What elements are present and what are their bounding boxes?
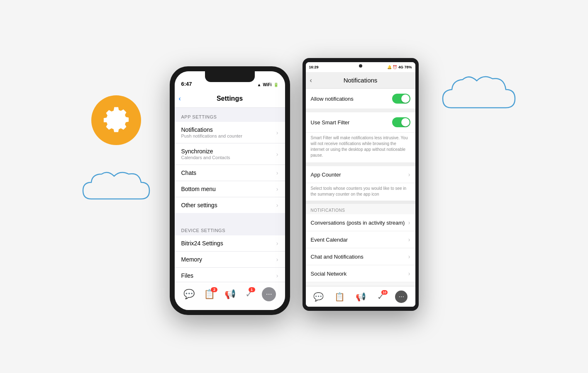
chevron-icon: ›: [276, 202, 278, 208]
iphone-time: 6:47: [181, 81, 192, 87]
chevron-icon: ›: [276, 129, 278, 136]
app-counter-row[interactable]: App Counter ›: [306, 166, 415, 183]
android-tab-bar: 💬 📋 📢 ✓ 10 ···: [306, 286, 415, 307]
chevron-icon: ›: [276, 170, 278, 176]
chat-notifications-label: Chat and Notifications: [311, 254, 364, 260]
chat-tab-icon: 💬: [183, 289, 195, 300]
smart-filter-row[interactable]: Use Smart Filter: [306, 112, 415, 133]
memory-row[interactable]: Memory ›: [175, 252, 285, 268]
conversations-row[interactable]: Conversations (posts in activity stream)…: [306, 214, 415, 231]
chevron-icon: ›: [408, 253, 410, 260]
tab-feed[interactable]: 📋 2: [204, 289, 215, 300]
iphone-settings-content: APP SETTINGS Notifications Push notifica…: [175, 108, 285, 282]
tab-check[interactable]: ✓ 1: [245, 289, 253, 300]
device-settings-group: Bitrix24 Settings › Memory ›: [175, 235, 285, 282]
android-device: 16:29 🔔 ⏰ 4G 78% ‹ Notifications Allow n…: [303, 58, 419, 311]
android-time: 16:29: [309, 65, 319, 69]
android-tab-more[interactable]: ···: [395, 291, 407, 303]
android-nav-title: Notifications: [344, 77, 378, 84]
event-calendar-label: Event Calendar: [311, 237, 348, 243]
app-counter-label: App Counter: [311, 172, 341, 178]
chevron-icon: ›: [276, 240, 278, 247]
bottom-menu-row[interactable]: Bottom menu ›: [175, 181, 285, 197]
iphone-device: 6:47 ▲ WiFi 🔋 ‹ Settings: [170, 66, 290, 315]
chevron-icon: ›: [276, 186, 278, 192]
app-settings-group: Notifications Push notifications and cou…: [175, 122, 285, 213]
allow-notifications-toggle[interactable]: [392, 94, 410, 104]
chevron-icon: ›: [276, 256, 278, 263]
social-network-row[interactable]: Social Network ›: [306, 265, 415, 282]
android-nav-bar: ‹ Notifications: [306, 72, 415, 89]
synchronize-title: Synchronize: [181, 148, 276, 155]
phones-container: 6:47 ▲ WiFi 🔋 ‹ Settings: [0, 0, 588, 373]
android-check-badge: 10: [381, 290, 388, 295]
chevron-icon: ›: [408, 270, 410, 277]
synchronize-row[interactable]: Synchronize Calendars and Contacts ›: [175, 143, 285, 165]
smart-filter-toggle[interactable]: [392, 117, 410, 127]
bottom-menu-title: Bottom menu: [181, 186, 276, 192]
android-back-button[interactable]: ‹: [310, 77, 312, 84]
smart-filter-label: Use Smart Filter: [311, 119, 350, 126]
allow-notifications-label: Allow notifications: [311, 96, 354, 102]
iphone-status-icons: ▲ WiFi 🔋: [257, 82, 278, 87]
iphone-nav-bar: ‹ Settings: [175, 90, 285, 108]
android-tab-notify[interactable]: 📢: [356, 292, 366, 302]
iphone-back-button[interactable]: ‹: [179, 95, 181, 102]
android-tab-feed[interactable]: 📋: [334, 292, 345, 302]
android-tab-chat[interactable]: 💬: [313, 292, 324, 302]
chats-title: Chats: [181, 170, 276, 176]
tab-notify[interactable]: 📢: [224, 289, 236, 300]
android-notifications-header: NOTIFICATIONS: [306, 204, 415, 214]
app-counter-description: Select tools whose counters you would li…: [306, 183, 415, 204]
android-more-icon: ···: [395, 291, 407, 303]
tab-more[interactable]: ···: [262, 287, 276, 301]
android-screen: 16:29 🔔 ⏰ 4G 78% ‹ Notifications Allow n…: [306, 62, 415, 307]
back-chevron: ‹: [179, 95, 181, 102]
more-tab-icon: ···: [262, 287, 276, 301]
device-settings-header: DEVICE SETTINGS: [175, 221, 285, 235]
chats-row[interactable]: Chats ›: [175, 165, 285, 181]
settings-spacer: [175, 213, 285, 221]
chevron-icon: ›: [276, 272, 278, 279]
signal-icon: ▲: [257, 82, 261, 87]
tab-chat[interactable]: 💬: [183, 289, 195, 300]
other-settings-row[interactable]: Other settings ›: [175, 197, 285, 213]
android-status-icons: 🔔 ⏰ 4G 78%: [387, 65, 412, 69]
notifications-row[interactable]: Notifications Push notifications and cou…: [175, 122, 285, 143]
chevron-icon: ›: [408, 236, 410, 243]
check-badge: 1: [249, 287, 255, 292]
files-row[interactable]: Files ›: [175, 268, 285, 282]
smart-filter-description: Smart Filter will make notifications les…: [306, 133, 415, 163]
app-settings-header: APP SETTINGS: [175, 108, 285, 122]
bitrix24-title: Bitrix24 Settings: [181, 240, 276, 247]
event-calendar-row[interactable]: Event Calendar ›: [306, 231, 415, 248]
chevron-icon: ›: [276, 151, 278, 157]
conversations-label: Conversations (posts in activity stream): [311, 220, 405, 226]
iphone-nav-title: Settings: [217, 95, 243, 102]
chevron-icon: ›: [408, 219, 410, 226]
wifi-icon: WiFi: [263, 82, 271, 87]
android-tab-check[interactable]: ✓ 10: [377, 292, 384, 302]
feed-badge: 2: [211, 287, 217, 292]
allow-notifications-row[interactable]: Allow notifications: [306, 89, 415, 109]
bitrix24-settings-row[interactable]: Bitrix24 Settings ›: [175, 235, 285, 252]
iphone-tab-bar: 💬 📋 2 📢 ✓ 1 ···: [175, 282, 285, 310]
notifications-title: Notifications: [181, 126, 276, 133]
android-camera: [359, 64, 362, 68]
battery-icon: 🔋: [273, 82, 278, 87]
iphone-notch: [205, 71, 255, 82]
other-settings-title: Other settings: [181, 202, 276, 208]
synchronize-subtitle: Calendars and Contacts: [181, 155, 276, 160]
chat-notifications-row[interactable]: Chat and Notifications ›: [306, 248, 415, 265]
iphone-screen: 6:47 ▲ WiFi 🔋 ‹ Settings: [175, 71, 285, 310]
notify-tab-icon: 📢: [224, 289, 236, 300]
notifications-subtitle: Push notifications and counter: [181, 133, 276, 138]
files-title: Files: [181, 272, 276, 279]
app-counter-chevron: ›: [408, 171, 410, 178]
android-notifications-content: Allow notifications Use Smart Filter Sma…: [306, 89, 415, 286]
social-network-label: Social Network: [311, 271, 347, 277]
memory-title: Memory: [181, 256, 276, 263]
